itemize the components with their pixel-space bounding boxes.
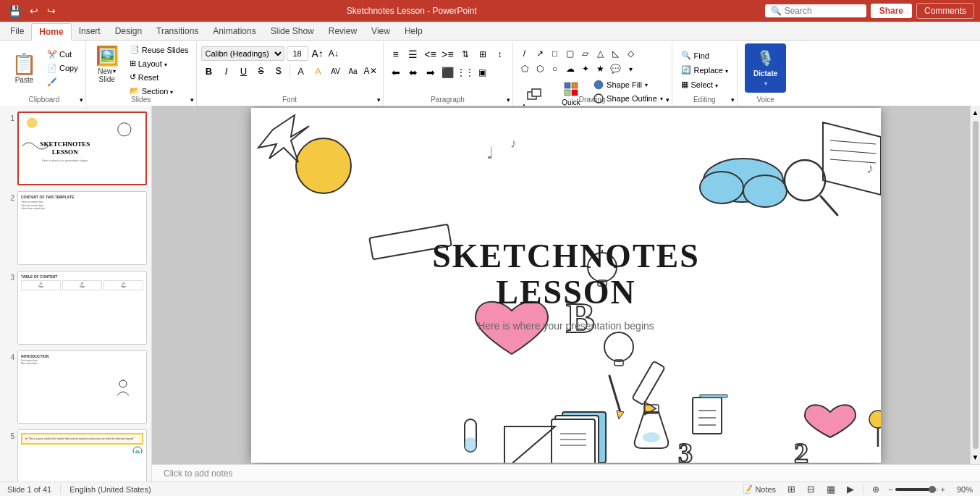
search-area[interactable]: 🔍: [765, 4, 866, 17]
shape-star5[interactable]: ★: [594, 62, 608, 76]
slide-thumb-1[interactable]: SKETCHNOTES LESSON Here is where your pr…: [17, 112, 147, 185]
font-name-select[interactable]: Calibri (Headings): [201, 46, 284, 61]
slide-thumb-2[interactable]: CONTENT OF THIS TEMPLATE • Item one cont…: [17, 191, 147, 265]
increase-font-size-button[interactable]: A↑: [311, 48, 325, 59]
dictate-button[interactable]: 🎙️ Dictate ▾: [745, 43, 786, 93]
change-case-button[interactable]: Aa: [345, 63, 361, 79]
italic-button[interactable]: I: [219, 63, 235, 79]
shape-callout[interactable]: 💬: [609, 62, 623, 76]
notes-placeholder[interactable]: Click to add notes: [164, 468, 232, 479]
shapes-more-button[interactable]: ▾: [624, 62, 638, 76]
find-button[interactable]: 🔍Find: [677, 49, 732, 62]
view-grid-button[interactable]: ⊟: [804, 483, 818, 495]
language-indicator[interactable]: English (United States): [69, 485, 151, 494]
slide-item-1[interactable]: 1 SKETCHNOTES LESSON Here is where your …: [3, 110, 148, 187]
copy-button[interactable]: 📄Copy: [44, 62, 81, 75]
justify-button[interactable]: ⬛: [440, 64, 456, 80]
paragraph-expand[interactable]: ▾: [507, 96, 510, 104]
tab-review[interactable]: Review: [321, 22, 364, 40]
undo-icon[interactable]: ↩: [27, 4, 41, 18]
tab-help[interactable]: Help: [397, 22, 430, 40]
shape-pentagon[interactable]: ⬠: [518, 62, 532, 76]
search-input[interactable]: [785, 6, 850, 16]
shape-line[interactable]: /: [518, 46, 532, 61]
line-spacing-button[interactable]: ↕: [492, 46, 508, 62]
text-shadow-button[interactable]: S: [271, 63, 287, 79]
replace-button[interactable]: 🔄Replace ▾: [677, 64, 732, 76]
text-direction-button[interactable]: ⇅: [457, 46, 473, 62]
shape-diamond[interactable]: ◇: [624, 46, 638, 61]
shape-rect[interactable]: □: [548, 46, 562, 61]
convert-smartart-button[interactable]: ⊞: [475, 46, 491, 62]
font-size-input[interactable]: [287, 46, 308, 61]
comments-button[interactable]: Comments: [916, 3, 974, 19]
underline-button[interactable]: U: [236, 63, 252, 79]
reset-button[interactable]: ↺Reset: [127, 71, 192, 83]
editing-expand[interactable]: ▾: [731, 96, 735, 104]
vscroll-down-button[interactable]: ▼: [971, 452, 980, 463]
drawing-expand[interactable]: ▾: [666, 96, 669, 104]
text-box-button[interactable]: ▣: [475, 64, 491, 80]
shape-rtriangle[interactable]: ◺: [609, 46, 623, 61]
slide-item-5[interactable]: 5 ❤ "This is a quote, double full of wis…: [3, 428, 148, 482]
new-slide-button[interactable]: 🖼️ New ▾ Slide: [90, 43, 124, 85]
font-color-button[interactable]: A: [293, 63, 309, 79]
align-left-button[interactable]: ⬅: [388, 64, 404, 80]
shape-arrow[interactable]: ↗: [533, 46, 547, 61]
reuse-slides-button[interactable]: 📑Reuse Slides: [127, 43, 192, 56]
tab-animations[interactable]: Animations: [206, 22, 263, 40]
vscroll-up-button[interactable]: ▲: [971, 107, 980, 118]
paste-button[interactable]: 📋 Paste: [7, 43, 41, 93]
font-expand[interactable]: ▾: [377, 96, 381, 104]
slideshow-view-button[interactable]: ▶: [844, 483, 857, 495]
tab-slideshow[interactable]: Slide Show: [263, 22, 321, 40]
numbering-button[interactable]: ☰: [405, 46, 421, 62]
shape-cloud[interactable]: ☁: [563, 62, 578, 76]
align-center-button[interactable]: ⬌: [405, 64, 421, 80]
columns-button[interactable]: ⋮⋮: [457, 64, 473, 80]
shape-parallelogram[interactable]: ▱: [578, 46, 593, 61]
shape-triangle[interactable]: △: [594, 46, 608, 61]
cut-button[interactable]: ✂️Cut: [44, 49, 81, 61]
zoom-slider[interactable]: − +: [888, 485, 945, 494]
slide-thumb-4[interactable]: INTRODUCTION Text content here More info…: [17, 350, 147, 424]
redo-icon[interactable]: ↪: [44, 4, 59, 18]
vscroll-thumb[interactable]: [973, 121, 979, 449]
tab-design[interactable]: Design: [108, 22, 149, 40]
bullets-button[interactable]: ≡: [388, 46, 404, 62]
highlight-color-button[interactable]: A: [311, 63, 326, 79]
char-spacing-button[interactable]: AV: [328, 63, 344, 79]
slide-item-2[interactable]: 2 CONTENT OF THIS TEMPLATE • Item one co…: [3, 190, 148, 266]
slide-thumb-5[interactable]: ❤ "This is a quote, double full of wisdo…: [17, 429, 147, 482]
shape-fill-button[interactable]: Shape Fill ▾: [591, 78, 666, 91]
tab-view[interactable]: View: [364, 22, 397, 40]
slides-expand[interactable]: ▾: [190, 96, 194, 104]
zoom-level[interactable]: 90%: [951, 485, 973, 494]
tab-transitions[interactable]: Transitions: [149, 22, 206, 40]
format-painter-button[interactable]: 🖌️: [44, 76, 81, 88]
shape-rounded-rect[interactable]: ▢: [563, 46, 578, 61]
clear-formatting-button[interactable]: A✕: [363, 63, 379, 79]
slide-thumb-3[interactable]: TABLE OF CONTENT 01Topic 02Topic 03Topic: [17, 271, 147, 345]
tab-file[interactable]: File: [3, 22, 31, 40]
slide-canvas[interactable]: D: [251, 108, 881, 463]
tab-insert[interactable]: Insert: [72, 22, 108, 40]
notes-button[interactable]: 📝 Notes: [740, 484, 779, 495]
decrease-font-size-button[interactable]: A↓: [327, 49, 340, 59]
view-normal-button[interactable]: ⊞: [785, 483, 798, 495]
shape-hexagon[interactable]: ⬡: [533, 62, 547, 76]
increase-indent-button[interactable]: >≡: [440, 46, 456, 62]
save-icon[interactable]: 💾: [6, 4, 24, 18]
layout-button[interactable]: ⊞Layout ▾: [127, 57, 192, 70]
strikethrough-button[interactable]: S: [253, 63, 269, 79]
view-reading-button[interactable]: ▦: [824, 483, 838, 495]
select-button[interactable]: ▦Select ▾: [677, 78, 732, 91]
shape-star4[interactable]: ✦: [578, 62, 593, 76]
shape-ellipse[interactable]: ○: [548, 62, 562, 76]
align-right-button[interactable]: ➡: [423, 64, 439, 80]
bold-button[interactable]: B: [201, 63, 217, 79]
slide-item-3[interactable]: 3 TABLE OF CONTENT 01Topic 02Topic 03Top…: [3, 269, 148, 346]
tab-home[interactable]: Home: [31, 23, 71, 41]
canvas-vscroll[interactable]: ▲ ▼: [970, 106, 980, 464]
share-button[interactable]: Share: [871, 4, 912, 18]
